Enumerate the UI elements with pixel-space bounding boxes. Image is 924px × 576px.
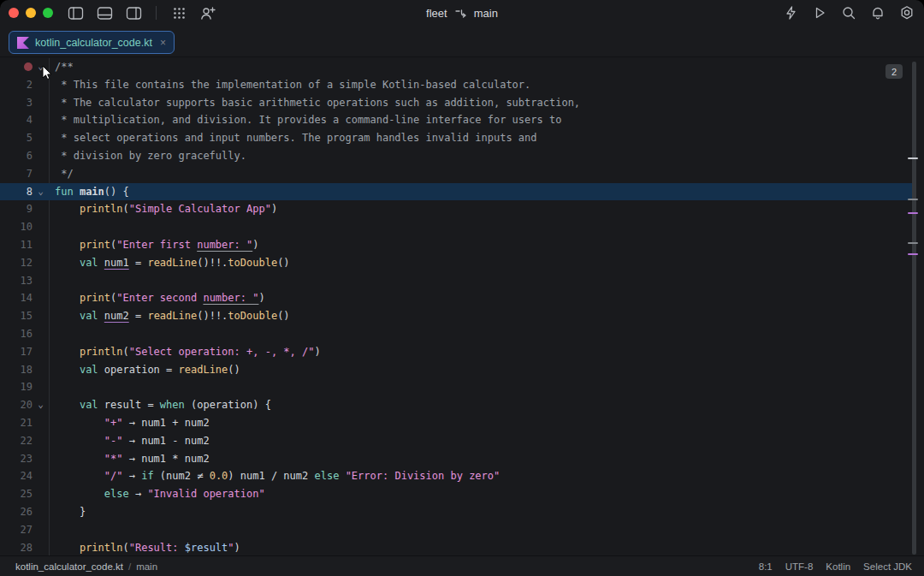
line-number[interactable]: 27 [0,521,33,539]
run-button[interactable] [809,3,830,22]
line-number[interactable]: 24 [0,467,33,485]
close-window-button[interactable] [9,8,19,18]
code-line[interactable]: 14 print("Enter second number: ") [0,289,912,307]
code-line[interactable]: 6 * division by zero gracefully. [0,147,912,165]
line-number[interactable]: 6 [0,147,33,165]
actions-button[interactable] [780,3,801,22]
code-line[interactable]: 5 * select operations and input numbers.… [0,129,912,147]
fold-gutter [33,218,49,236]
line-number[interactable]: 16 [0,325,33,343]
code-line[interactable]: 25 else → "Invalid operation" [0,485,912,503]
line-number[interactable]: 18 [0,361,33,379]
person-add-icon [200,6,216,21]
code-line[interactable]: 26 } [0,503,912,521]
invite-collaborator-button[interactable] [198,3,218,22]
status-breadcrumb: kotlin_calculator_code.kt / main [15,561,157,572]
code-line[interactable]: 18 val operation = readLine() [0,361,912,379]
code-line[interactable]: 21 "+" → num1 + num2 [0,414,912,432]
status-select-jdk[interactable]: Select JDK [863,561,912,572]
code-line[interactable]: 7 */ [0,165,912,183]
code-line[interactable]: 10 [0,218,912,236]
breakpoint-icon[interactable] [24,62,33,71]
search-button[interactable] [838,3,859,22]
code-line[interactable]: 20⌄ val result = when (operation) { [0,396,912,414]
gear-icon [899,5,915,21]
code-line[interactable]: 17 println("Select operation: +, -, *, /… [0,343,912,361]
settings-button[interactable] [897,3,917,22]
tab-kotlin-calculator-code[interactable]: kotlin_calculator_code.kt × [9,31,175,54]
code-text: * multiplication, and division. It provi… [49,111,912,129]
line-number[interactable]: 5 [0,129,33,147]
code-line[interactable]: 27 [0,521,912,539]
status-language[interactable]: Kotlin [826,561,850,572]
line-number[interactable]: 14 [0,289,33,307]
code-line[interactable]: 11 print("Enter first number: ") [0,236,912,254]
code-line[interactable]: 12 val num1 = readLine()!!.toDouble() [0,254,912,272]
widget-count-badge[interactable]: 2 [886,64,903,79]
line-number[interactable]: 15 [0,307,33,325]
code-line[interactable]: 24 "/" → if (num2 ≠ 0.0) num1 / num2 els… [0,467,912,485]
code-line[interactable]: 2 * This file contains the implementatio… [0,76,912,94]
line-number[interactable]: 12 [0,254,33,272]
toggle-right-panel-button[interactable] [123,3,144,22]
fold-gutter [33,236,49,254]
editor[interactable]: ⌄/**2 * This file contains the implement… [0,57,924,556]
bell-icon [870,5,886,21]
code-line[interactable]: 4 * multiplication, and division. It pro… [0,111,912,129]
code-line[interactable]: 9 println("Simple Calculator App") [0,200,912,218]
fold-gutter [33,94,49,112]
code-line[interactable]: 19 [0,378,912,396]
line-number[interactable]: 19 [0,378,33,396]
line-number[interactable]: 9 [0,200,33,218]
line-number[interactable]: 3 [0,94,33,112]
status-caret-position[interactable]: 8:1 [759,561,773,572]
status-branch[interactable]: main [136,561,157,572]
tab-close-icon[interactable]: × [160,37,166,49]
titlebar-divider [156,6,157,20]
line-number[interactable]: 13 [0,272,33,290]
scrollbar[interactable] [912,62,916,555]
line-number[interactable]: 2 [0,76,33,94]
code-line[interactable]: 28 println("Result: $result") [0,539,912,557]
fold-gutter [33,343,49,361]
fold-chevron-icon[interactable]: ⌄ [33,396,49,414]
code-text [49,378,912,396]
zoom-window-button[interactable] [43,8,53,18]
line-number[interactable]: 23 [0,450,33,468]
code-line[interactable]: 15 val num2 = readLine()!!.toDouble() [0,307,912,325]
line-number[interactable]: 26 [0,503,33,521]
line-number[interactable]: 4 [0,111,33,129]
code-line[interactable]: 3 * The calculator supports basic arithm… [0,94,912,112]
code-line[interactable]: 8⌄fun main() { [0,183,912,201]
notifications-button[interactable] [868,3,888,22]
fold-gutter [33,378,49,396]
code-text: println("Simple Calculator App") [49,200,912,218]
code-text [49,521,912,539]
toggle-left-panel-button[interactable] [65,3,86,22]
line-number[interactable]: 20 [0,396,33,414]
workspaces-button[interactable] [169,3,189,22]
line-number[interactable] [0,58,33,76]
minimize-window-button[interactable] [26,8,36,18]
line-number[interactable]: 17 [0,343,33,361]
fold-chevron-icon[interactable]: ⌄ [33,58,49,76]
line-number[interactable]: 25 [0,485,33,503]
toggle-bottom-panel-button[interactable] [94,3,115,22]
line-number[interactable]: 21 [0,414,33,432]
code-line[interactable]: 23 "*" → num1 * num2 [0,450,912,468]
line-number[interactable]: 8 [0,183,33,201]
code-line[interactable]: 16 [0,325,912,343]
line-number[interactable]: 10 [0,218,33,236]
code-line[interactable]: 13 [0,272,912,290]
fold-chevron-icon[interactable]: ⌄ [33,183,49,201]
code-line[interactable]: 22 "-" → num1 - num2 [0,432,912,450]
tab-bar: kotlin_calculator_code.kt × [0,26,924,57]
line-number[interactable]: 22 [0,432,33,450]
line-number[interactable]: 11 [0,236,33,254]
code-text: val operation = readLine() [49,361,912,379]
status-file-name[interactable]: kotlin_calculator_code.kt [15,561,123,572]
line-number[interactable]: 7 [0,165,33,183]
code-line[interactable]: ⌄/** [0,58,912,76]
line-number[interactable]: 28 [0,539,33,557]
status-encoding[interactable]: UTF-8 [785,561,814,572]
